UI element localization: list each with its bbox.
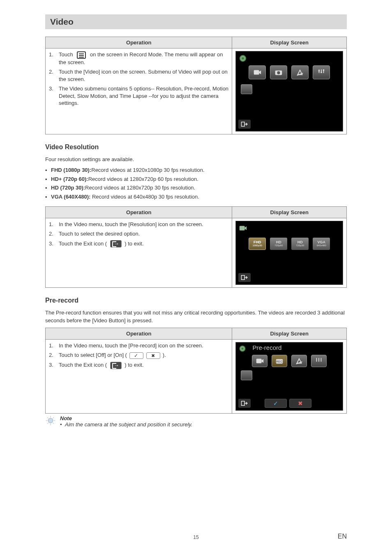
- step-text: Touch to select [Off] or [On] ( ).: [59, 352, 228, 359]
- ds-setting-tab-icon: [311, 355, 327, 367]
- ds-prerecord-tab-icon: REC: [272, 355, 287, 367]
- exit-icon: [110, 240, 122, 247]
- step-3: 3. Touch the Exit icon ( ) to exit.: [49, 240, 228, 248]
- exit-icon: [110, 362, 122, 369]
- resolution-item: HD (720p 30):Record videos at 1280x720p …: [45, 184, 347, 192]
- video-icon: [238, 224, 247, 233]
- ds-cancel-button: ✖: [289, 399, 311, 408]
- display-screen-cell: Pre-record REC ✓ ✖: [232, 339, 347, 413]
- ds-resolution-row: FHD1080p30 HD720p60 HD720p30 VGA640x480: [249, 238, 330, 250]
- step-number: 1.: [49, 51, 55, 66]
- step-number: 1.: [49, 342, 55, 349]
- resolution-desc: Record videos at 1280x720p 30 fps resolu…: [85, 185, 195, 191]
- step-text: In the Video menu, touch the [Resolution…: [59, 221, 228, 228]
- step-1: 1. In the Video menu, touch the [Resolut…: [49, 221, 228, 228]
- video-resolution-intro: Four resolution settings are available.: [45, 156, 347, 163]
- video-operation-table: Operation Display Screen 1. Touch on the…: [45, 37, 347, 134]
- gear-icon: [238, 345, 247, 353]
- svg-point-6: [321, 72, 322, 73]
- step-text: The Video submenu contains 5 options-- R…: [59, 85, 228, 107]
- step-1: 1. Touch on the screen in Record Mode. T…: [49, 51, 228, 66]
- display-screen-cell: FHD1080p30 HD720p60 HD720p30 VGA640x480: [232, 218, 347, 288]
- ds-res-vga: VGA640x480: [313, 238, 330, 250]
- resolution-desc: Record videos at 1280x720p 60 fps resolu…: [88, 176, 198, 182]
- operation-cell: 1. Touch on the screen in Record Mode. T…: [46, 49, 232, 134]
- page-footer: 15 EN: [45, 534, 347, 540]
- chip-label: HD: [276, 240, 281, 244]
- page: Video Operation Display Screen 1. Touch: [0, 0, 392, 555]
- operation-cell: 1. In the Video menu, touch the [Pre-rec…: [46, 339, 232, 413]
- display-screen-preview: Pre-record REC ✓ ✖: [235, 342, 343, 411]
- svg-rect-2: [254, 70, 259, 75]
- step-number: 3.: [49, 240, 55, 248]
- resolution-label: HD+ (720p 60):: [51, 176, 88, 182]
- col-display-screen: Display Screen: [232, 328, 347, 339]
- svg-rect-10: [242, 275, 245, 280]
- step-number: 2.: [49, 352, 55, 359]
- svg-rect-13: [256, 358, 262, 363]
- ds-effects-tab-icon: [291, 65, 309, 79]
- step-text-pre: Touch to select [Off] or [On] (: [59, 352, 127, 358]
- on-pill-icon: [129, 352, 143, 359]
- resolution-item: FHD (1080p 30):Record videos at 1920x108…: [45, 166, 347, 174]
- note-body: Note Aim the camera at the subject and p…: [60, 415, 192, 428]
- operation-steps: 1. Touch on the screen in Record Mode. T…: [49, 51, 228, 107]
- gear-icon: [238, 54, 247, 63]
- operation-cell: 1. In the Video menu, touch the [Resolut…: [46, 218, 232, 288]
- ds-title: Pre-record: [252, 344, 281, 351]
- step-3: 3. The Video submenu contains 5 options-…: [49, 85, 228, 107]
- display-screen-cell: [232, 49, 347, 134]
- step-text: Touch to select the desired option.: [59, 230, 228, 238]
- ds-subicon: [241, 84, 252, 94]
- svg-line-23: [53, 423, 54, 424]
- video-resolution-heading: Video Resolution: [45, 143, 347, 151]
- display-screen-preview: FHD1080p30 HD720p60 HD720p30 VGA640x480: [235, 221, 343, 285]
- step-text-pre: Touch the Exit icon (: [59, 362, 107, 368]
- note-icon: [45, 415, 56, 426]
- ds-photo-tab-icon: [270, 65, 287, 79]
- step-text: Touch on the screen in Record Mode. The …: [59, 51, 228, 66]
- step-number: 2.: [49, 230, 55, 238]
- resolution-operation-table: Operation Display Screen 1. In the Video…: [45, 206, 347, 288]
- ds-video-tab-icon: [252, 355, 267, 367]
- svg-rect-16: [242, 401, 245, 406]
- step-number: 3.: [49, 361, 55, 369]
- ds-res-hdplus: HD720p60: [270, 238, 287, 250]
- resolution-item: VGA (640X480): Record videos at 640x480p…: [45, 193, 347, 201]
- resolution-desc: Record videos at 1920x1080p 30 fps resol…: [91, 167, 204, 173]
- chip-sublabel: 720p60: [274, 244, 283, 247]
- step-2: 2. Touch to select [Off] or [On] ( ).: [49, 352, 228, 359]
- step-3: 3. Touch the Exit icon ( ) to exit.: [49, 361, 228, 369]
- step-text: Touch the [Video] icon on the screen. Su…: [59, 68, 228, 83]
- note-block: Note Aim the camera at the subject and p…: [45, 415, 347, 428]
- step-text-post: ) to exit.: [125, 240, 143, 247]
- step-text: In the Video menu, touch the [Pre-record…: [59, 342, 228, 349]
- resolution-label: HD (720p 30):: [51, 185, 85, 191]
- svg-point-12: [242, 347, 244, 349]
- chip-label: HD: [297, 240, 303, 244]
- resolution-list: FHD (1080p 30):Record videos at 1920x108…: [45, 166, 347, 200]
- off-pill-icon: [146, 352, 160, 359]
- step-text-pre: Touch the Exit icon (: [59, 240, 107, 247]
- svg-point-17: [48, 419, 53, 423]
- svg-rect-8: [242, 122, 245, 127]
- resolution-label: VGA (640X480):: [51, 194, 90, 200]
- ds-setting-tab-icon: [313, 65, 330, 79]
- ds-subicon: [241, 370, 252, 380]
- ds-tab-row: [249, 65, 330, 79]
- step-2: 2. Touch to select the desired option.: [49, 230, 228, 238]
- step-text-post: ) to exit.: [125, 362, 143, 368]
- pre-record-heading: Pre-record: [45, 297, 347, 304]
- resolution-label: FHD (1080p 30):: [51, 167, 91, 173]
- ds-confirm-row: ✓ ✖: [265, 399, 311, 408]
- svg-line-25: [53, 417, 54, 419]
- step-text-post: ).: [163, 352, 166, 358]
- page-number: 15: [193, 534, 198, 540]
- section-title-bar: Video: [45, 14, 347, 29]
- language-label: EN: [338, 533, 347, 540]
- chip-sublabel: 640x480: [317, 244, 326, 247]
- svg-line-24: [47, 423, 48, 424]
- step-text-pre: Touch: [59, 51, 73, 58]
- resolution-desc: Record videos at 640x480p 30 fps resolut…: [90, 194, 199, 200]
- svg-point-4: [277, 71, 280, 74]
